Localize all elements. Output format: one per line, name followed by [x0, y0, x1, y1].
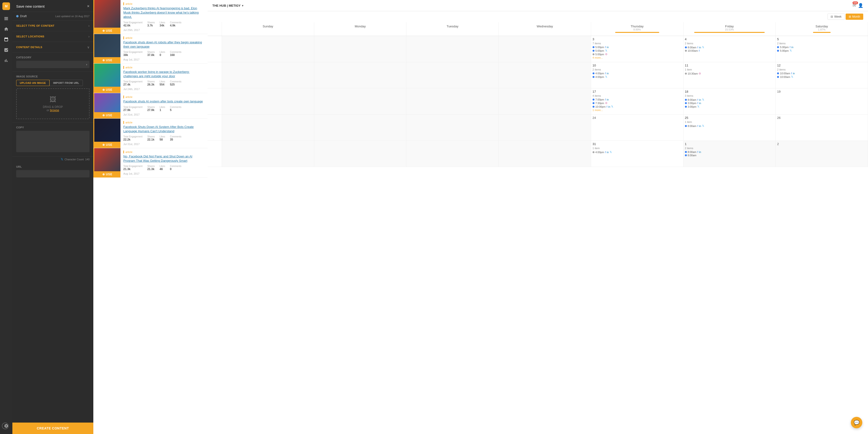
cal-cell-24[interactable]: 24: [591, 115, 683, 141]
import-tab[interactable]: IMPORT FROM URL: [50, 80, 83, 86]
event-17-1[interactable]: 7:00pm f in: [593, 98, 682, 101]
event-11-1[interactable]: 10:30am ⊙: [685, 72, 774, 75]
event-12-2[interactable]: 10:00am 𝕏: [777, 75, 866, 78]
event-dot: [685, 99, 687, 101]
nav-icon-calendar[interactable]: [1, 35, 11, 44]
cal-cell-31[interactable]: 31 1 item 4:00pm f in 𝕏: [591, 141, 683, 167]
use-button[interactable]: ⊕ USE: [94, 112, 121, 118]
event-10-2[interactable]: 4:00pm 𝕏: [593, 75, 682, 78]
create-content-button[interactable]: CREATE CONTENT: [12, 423, 93, 434]
event-sep1-1[interactable]: 8:00am f in: [685, 150, 774, 153]
event-25-1[interactable]: 8:00am f in 𝕏: [685, 124, 774, 127]
event-17-2[interactable]: 7:30pm ⊙: [593, 102, 682, 105]
linkedin-icon: in: [607, 98, 609, 101]
event-dot: [685, 151, 687, 153]
draft-indicator: [16, 15, 19, 18]
article-title[interactable]: Mark Zuckerberg thinks AI fearmongering …: [123, 6, 205, 19]
cal-cell-17[interactable]: 17 4 items 7:00pm f in 7:30pm ⊙ 10:00pm …: [591, 88, 683, 114]
event-sep1-2[interactable]: 8:00am: [685, 154, 774, 157]
cal-cell-19[interactable]: 19: [776, 88, 868, 114]
event-dot: [593, 102, 594, 104]
select-type-label: SELECT TYPE OF CONTENT: [16, 24, 55, 27]
event-10-1[interactable]: 4:00pm f in: [593, 72, 682, 75]
article-tag: article: [123, 121, 205, 124]
select-type-row[interactable]: SELECT TYPE OF CONTENT ›: [12, 21, 93, 31]
copy-textarea[interactable]: [16, 131, 90, 152]
use-button[interactable]: ⊕ USE: [94, 28, 121, 34]
chat-bubble[interactable]: 💬: [851, 417, 862, 428]
event-5-1[interactable]: 5:00pm f in: [777, 46, 866, 49]
event-3-3[interactable]: 5:00pm ⊙: [593, 53, 682, 56]
cal-cell-4[interactable]: 4 2 items 8:00am f in 𝕏 10:00am f: [683, 36, 776, 62]
cal-cell-5[interactable]: 5 2 items 5:00pm f in 5:00pm 𝕏: [776, 36, 868, 62]
event-18-1[interactable]: 8:00am f in 𝕏: [685, 98, 774, 101]
drop-zone[interactable]: 🖼 DRAG & DROP or browse: [16, 88, 90, 119]
event-18-3[interactable]: 3:00pm 𝕏: [685, 105, 774, 108]
upload-tab[interactable]: UPLOAD AN IMAGE: [16, 80, 50, 86]
event-dot: [593, 53, 594, 55]
article-date: Aug 1st, 2017: [123, 172, 205, 175]
cal-cell-sep-2[interactable]: 2: [776, 141, 868, 167]
nav-icon-menu[interactable]: [1, 14, 11, 23]
date-31: 31: [593, 142, 682, 146]
cal-cell-empty: [406, 62, 499, 88]
nav-icon-chart[interactable]: [1, 56, 11, 65]
use-button[interactable]: ⊕ USE: [94, 57, 121, 63]
browse-link[interactable]: browse: [50, 109, 59, 112]
cal-cell-empty: [222, 62, 314, 88]
article-item-3: ⊕ USE article Facebook worker living in …: [93, 64, 208, 93]
cal-cell-26[interactable]: 26: [776, 115, 868, 141]
event-12-1[interactable]: 10:00am f in: [777, 72, 866, 75]
event-3-1[interactable]: 5:00pm f in: [593, 46, 682, 49]
article-title[interactable]: No, Facebook Did Not Panic and Shut Down…: [123, 154, 205, 163]
event-4-1[interactable]: 8:00am f in 𝕏: [685, 46, 774, 49]
date-12: 12: [777, 64, 866, 67]
profile-icon[interactable]: 👤: [858, 3, 863, 8]
content-details-row[interactable]: CONTENT DETAILS ∨: [12, 42, 93, 53]
cal-cell-12[interactable]: 12 2 items 10:00am f in 10:00am 𝕏: [776, 62, 868, 88]
nav-icon-home[interactable]: [1, 24, 11, 34]
article-thumb: ⊕ USE: [94, 93, 121, 118]
event-4-2[interactable]: 10:00am f: [685, 49, 774, 52]
side-panel-title: Save new content: [16, 4, 44, 8]
cal-cell-18[interactable]: 18 3 items 8:00am f in 𝕏 3:00pm f in: [683, 88, 776, 114]
cal-cell-3[interactable]: 3 7 items 5:00pm f in 5:00pm 𝕏 5:00pm ⊙: [591, 36, 683, 62]
cal-cell-11[interactable]: 11 1 item 10:30am ⊙: [683, 62, 776, 88]
date-10: 10: [593, 64, 682, 67]
more-link-17[interactable]: 1 more...: [593, 109, 682, 112]
article-title[interactable]: Facebook Shuts Down AI System After Bots…: [123, 125, 205, 134]
twitter-icon: 𝕏: [702, 46, 704, 49]
use-button[interactable]: ⊕ USE: [94, 171, 121, 177]
more-link-3[interactable]: 4 more...: [593, 56, 682, 59]
use-button[interactable]: ⊕ USE: [94, 142, 121, 148]
article-title[interactable]: Facebook shuts down AI robots after they…: [123, 40, 205, 49]
nav-icon-analytics[interactable]: [1, 45, 11, 55]
month-view-button[interactable]: ⊞ Month: [846, 13, 863, 20]
cal-cell-10[interactable]: 10 2 items 4:00pm f in 4:00pm 𝕏: [591, 62, 683, 88]
app-logo[interactable]: M: [2, 2, 10, 10]
article-title[interactable]: Facebook worker living in garage to Zuck…: [123, 70, 205, 78]
use-button[interactable]: ⊕ USE: [94, 87, 121, 93]
stat-engagement: Total Engagement 42.6k: [123, 21, 143, 27]
saturday-header: Saturday 1.87%: [776, 22, 868, 36]
event-18-2[interactable]: 3:00pm f in: [685, 102, 774, 105]
event-31-1[interactable]: 4:00pm f in 𝕏: [593, 150, 682, 154]
category-input[interactable]: ›: [16, 61, 90, 68]
close-button[interactable]: ×: [87, 4, 90, 9]
mail-icon[interactable]: ✉ 525: [852, 3, 856, 8]
event-5-2[interactable]: 5:00pm 𝕏: [777, 49, 866, 52]
items-label-11: 1 item: [685, 68, 774, 71]
cal-cell-sep-1[interactable]: 1 2 items 8:00am f in 8:00am: [683, 141, 776, 167]
cal-cell-25[interactable]: 25 1 item 8:00am f in 𝕏: [683, 115, 776, 141]
article-title[interactable]: Facebook shuts AI system after bots crea…: [123, 99, 205, 104]
cal-cell-empty: [314, 36, 407, 62]
select-locations-row[interactable]: SELECT LOCATIONS ›: [12, 31, 93, 42]
help-button[interactable]: ?: [2, 423, 8, 429]
event-3-2[interactable]: 5:00pm 𝕏: [593, 49, 682, 52]
week-view-button[interactable]: ⊟ Week: [828, 13, 844, 20]
article-thumb: ⊕ USE: [94, 148, 121, 177]
url-input[interactable]: [16, 170, 90, 177]
week-num-4: [208, 115, 222, 141]
event-17-3[interactable]: 10:00pm f in 𝕏: [593, 105, 682, 108]
hub-chevron[interactable]: ▾: [242, 4, 244, 7]
